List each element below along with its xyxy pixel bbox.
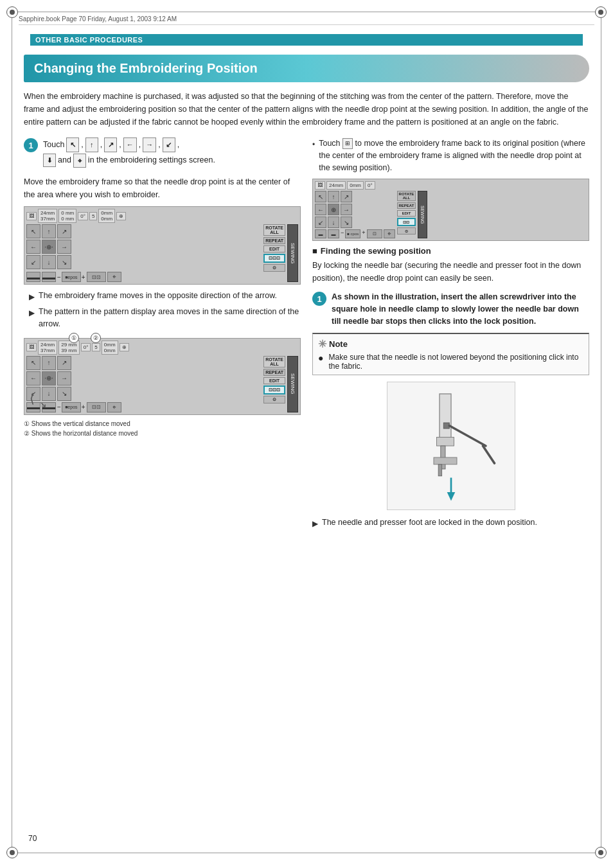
svg-rect-3 xyxy=(434,457,457,465)
step2-circle: 1 xyxy=(312,292,326,306)
sr-nav-r[interactable]: → xyxy=(341,204,352,215)
screen2: 🖼 24mm37mm 29 mm39 mm 0° 5 0mm0mm ⊕ ⟨ xyxy=(24,338,301,415)
step1-suffix: in the embroidering settings screen. xyxy=(88,154,215,166)
bullets-left: ▶ The embroidery frame moves in the oppo… xyxy=(29,290,301,330)
sr-special[interactable]: ⊡⊡ xyxy=(397,218,416,226)
icon-up[interactable]: ↑ xyxy=(85,137,98,152)
plus-sign[interactable]: + xyxy=(82,274,85,281)
btn2-special1[interactable]: ⊡⊡⊡ xyxy=(263,385,285,394)
btn2-edit[interactable]: EDIT xyxy=(263,377,285,384)
icon-down-special[interactable]: ⬇ xyxy=(43,154,56,167)
screen1-deg: 0° xyxy=(78,212,88,220)
nav-right[interactable]: → xyxy=(57,240,71,254)
finding-title-text: Finding the sewing position xyxy=(321,246,431,256)
nav2-left[interactable]: ← xyxy=(26,371,40,385)
sr-extra[interactable]: ⌖ xyxy=(384,229,395,238)
sr-sewing[interactable]: SEWING xyxy=(418,191,427,238)
nav-downleft[interactable]: ↙ xyxy=(26,255,40,269)
needle-svg xyxy=(393,388,509,504)
step1-text: Touch ↖, ↑, ↗, ←, →, ↙, ⬇ and ⌖ in xyxy=(43,137,215,170)
screen1-icon2: ⊕ xyxy=(116,212,126,220)
btn2-repeat[interactable]: REPEAT xyxy=(263,369,285,376)
extra-btn[interactable]: ⌖ xyxy=(107,272,121,282)
header-bar: OTHER BASIC PROCEDURES xyxy=(30,34,583,46)
sr-nav-l[interactable]: ← xyxy=(315,204,326,215)
epos2-btn[interactable]: ■epos xyxy=(62,402,81,412)
nav2-up[interactable]: ↑ xyxy=(42,356,56,370)
epos-btn[interactable]: ■epos xyxy=(62,272,81,282)
sr-repeat[interactable]: REPEAT xyxy=(397,202,416,209)
comma6: , xyxy=(177,139,179,151)
screen-right-main: ↖ ↑ ↗ ← ⊕ → ↙ ↓ ↘ ▬ xyxy=(315,191,587,238)
icon-upleft[interactable]: ↖ xyxy=(66,137,79,152)
extra2-btn[interactable]: ⌖ xyxy=(107,402,121,412)
btn2-rotate-all[interactable]: ROTATEALL xyxy=(263,356,285,368)
comma2: , xyxy=(100,139,102,151)
icon-center-special[interactable]: ⌖ xyxy=(73,154,86,168)
btn-special1[interactable]: ⊡⊡⊡ xyxy=(263,254,285,263)
nav2-right[interactable]: → xyxy=(57,371,71,385)
sr-nav-d[interactable]: ↓ xyxy=(328,217,339,228)
btn-special2[interactable]: ⊙ xyxy=(263,264,285,272)
sr-bb2[interactable]: ▬ xyxy=(328,229,339,238)
nav-left[interactable]: ← xyxy=(26,240,40,254)
sr-epos[interactable]: ■ cpos xyxy=(345,229,360,238)
sr-nav-u[interactable]: ↑ xyxy=(328,191,339,202)
nav2-upright[interactable]: ↗ xyxy=(57,356,71,370)
note-text: Make sure that the needle is not lowered… xyxy=(328,353,583,371)
icon-right[interactable]: → xyxy=(143,137,156,152)
screen2-left-area: ⟨ ↘ ↖ ↑ ↗ ← ·⊕· → ↙ ↓ xyxy=(26,356,262,412)
footer-bullet-arrow: ▶ xyxy=(312,518,318,529)
right-column: • Touch ⊞ to move the embroidery frame b… xyxy=(312,137,589,533)
nav-upleft[interactable]: ↖ xyxy=(26,224,40,238)
btn2-special2[interactable]: ⊙ xyxy=(263,396,285,403)
screen1-left-area: ↖ ↑ ↗ ← ·⊕· → ↙ ↓ ↘ ▬▬ xyxy=(26,224,262,282)
step1-icon-row2: ⬇ and ⌖ in the embroidering settings scr… xyxy=(43,154,215,168)
sr-nav-dr[interactable]: ↘ xyxy=(341,217,352,228)
comma5: , xyxy=(158,139,160,151)
nav2-upleft[interactable]: ↖ xyxy=(26,356,40,370)
icon-downleft[interactable]: ↙ xyxy=(163,137,175,152)
btn-rotate-all[interactable]: ROTATEALL xyxy=(263,224,285,236)
nav-down[interactable]: ↓ xyxy=(42,255,56,269)
sr-icon[interactable]: ⊙ xyxy=(397,227,416,235)
nav2-downright[interactable]: ↘ xyxy=(57,387,71,401)
nav-upright[interactable]: ↗ xyxy=(57,224,71,238)
sr-deg: 0° xyxy=(365,181,375,190)
bottom-btn2[interactable]: ▬▬ xyxy=(42,272,56,282)
right-touch-icon[interactable]: ⊞ xyxy=(342,138,353,150)
sr-minus[interactable]: − xyxy=(341,229,344,238)
frame2-btn[interactable]: ⊡⊡ xyxy=(87,402,106,412)
sewing-btn1[interactable]: SEWING xyxy=(287,224,298,282)
minus2-sign[interactable]: − xyxy=(57,403,61,411)
sr-rotate[interactable]: ROTATEALL xyxy=(397,191,416,201)
screen1-top-bar: 🖼 24mm37mm 0 mm0 mm 0° 5 0mm0mm ⊕ xyxy=(26,209,298,223)
minus-sign[interactable]: − xyxy=(57,274,61,281)
screen2-bottom-bar: ▬▬ ▬▬ − ■epos + ⊡⊡ ⌖ xyxy=(26,402,262,412)
plus2-sign[interactable]: + xyxy=(82,403,85,411)
icon-left[interactable]: ← xyxy=(123,137,137,152)
nav-up[interactable]: ↑ xyxy=(42,224,56,238)
bullet1: ▶ The embroidery frame moves in the oppo… xyxy=(29,290,301,303)
nav-downright[interactable]: ↘ xyxy=(57,255,71,269)
sr-frame[interactable]: ⊡ xyxy=(367,229,382,238)
sr-nav-c[interactable]: ⊕ xyxy=(328,204,339,215)
screen1-count: 5 xyxy=(89,212,97,220)
frame-btn[interactable]: ⊡⊡ xyxy=(87,272,106,282)
sr-nav-ur[interactable]: ↗ xyxy=(341,191,352,202)
sr-edit[interactable]: EDIT xyxy=(397,210,416,217)
icon-upright[interactable]: ↗ xyxy=(104,137,117,152)
nav-center[interactable]: ·⊕· xyxy=(42,240,56,254)
btn-repeat[interactable]: REPEAT xyxy=(263,237,285,244)
sr-plus[interactable]: + xyxy=(362,229,365,238)
btn-edit1[interactable]: EDIT xyxy=(263,245,285,252)
note2: ② Shows the horizontal distance moved xyxy=(24,430,301,437)
sr-nav-ul[interactable]: ↖ xyxy=(315,191,326,202)
section-title: Changing the Embroidering Position xyxy=(24,55,589,82)
screen2-count: 5 xyxy=(92,343,100,351)
nav2-center[interactable]: ·⊕· xyxy=(42,371,56,385)
sewing-btn2[interactable]: SEWING xyxy=(287,356,298,412)
sr-bb1[interactable]: ▬ xyxy=(315,229,326,238)
bottom-btn1[interactable]: ▬▬ xyxy=(26,272,40,282)
sr-nav-dl[interactable]: ↙ xyxy=(315,217,326,228)
